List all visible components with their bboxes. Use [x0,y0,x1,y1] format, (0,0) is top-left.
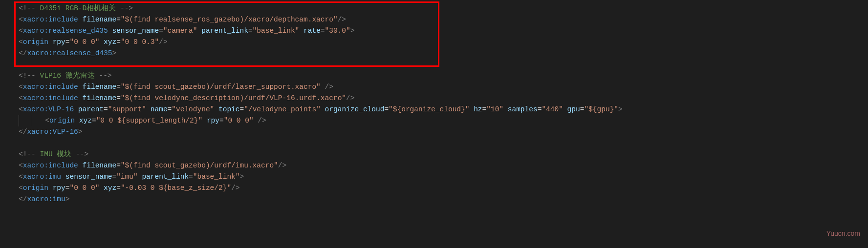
code-line[interactable]: <!-- VLP16 激光雷达 --> [19,70,868,82]
token-attr-name: organize_cloud [325,105,385,113]
token-plain [78,162,83,169]
token-attr-value: "10" [486,105,503,113]
indent-guide [19,115,32,126]
token-plain [75,117,79,124]
token-tag-name: xacro:realsense_d435 [27,49,112,57]
token-tag-bracket: --> [76,150,88,158]
token-comment: IMU 模块 [36,150,76,158]
token-attr-name: parent [78,105,104,113]
token-plain [99,38,104,46]
token-equals: = [116,38,121,46]
token-tag-bracket: </ [19,128,27,136]
token-comment: VLP16 激光雷达 [36,72,99,80]
token-tag-bracket: > [112,49,116,57]
token-tag-name: xacro:VLP-16 [27,128,78,136]
code-line[interactable]: <!-- D435i RGB-D相机相关 --> [19,3,868,14]
token-tag-bracket: /> [325,83,333,91]
code-line[interactable]: <xacro:imu sensor_name="imu" parent_link… [19,171,868,183]
token-comment: D435i RGB-D相机相关 [36,4,120,12]
code-line[interactable]: <xacro:include filename="$(find scout_ga… [19,82,868,93]
token-plain [197,27,201,35]
token-attr-name: filename [83,83,117,91]
token-attr-value: "support" [108,105,146,113]
token-tag-name: xacro:realsense_d435 [23,27,108,35]
token-tag-bracket: < [19,27,23,35]
code-line[interactable]: <xacro:include filename="$(find scout_ga… [19,160,868,171]
token-tag-bracket: > [240,173,244,181]
token-attr-name: topic [218,105,240,113]
code-line[interactable]: <xacro:realsense_d435 sensor_name="camer… [19,25,868,37]
token-attr-value: "imu" [116,173,138,181]
token-attr-value: "0 0 0.3" [121,38,159,46]
token-plain [469,105,474,113]
token-equals: = [482,105,487,113]
code-line[interactable]: <!-- IMU 模块 --> [19,149,868,160]
token-attr-value: "base_link" [193,173,240,181]
token-attr-value: "velodyne" [172,105,214,113]
token-tag-bracket: /> [346,94,354,102]
token-tag-bracket: < [19,94,23,102]
token-attr-value: "${gpu}" [584,105,618,113]
indent-guide [32,115,45,126]
token-tag-bracket: < [45,117,49,124]
token-plain [61,173,65,181]
token-tag-name: xacro:include [23,83,78,91]
code-line[interactable]: </xacro:VLP-16> [19,126,868,138]
token-equals: = [240,105,244,113]
token-plain [214,105,218,113]
token-attr-value: "$(find velodyne_description)/urdf/VLP-1… [121,94,346,102]
code-line[interactable]: </xacro:realsense_d435> [19,48,868,59]
token-equals: = [116,184,121,192]
code-editor[interactable]: <!-- D435i RGB-D相机相关 --><xacro:include f… [0,3,868,205]
token-plain [48,184,53,192]
token-attr-value: "0 0 0" [69,184,99,192]
token-equals: = [112,173,116,181]
token-tag-bracket: < [19,162,23,169]
token-plain [321,105,325,113]
token-tag-name: xacro:include [23,16,78,23]
token-attr-value: "0 0 ${support_length/2}" [96,117,203,124]
code-line[interactable] [19,59,868,70]
token-attr-name: samples [508,105,538,113]
code-line[interactable]: <xacro:include filename="$(find realsens… [19,14,868,25]
token-equals: = [116,83,121,91]
token-tag-name: origin [23,184,48,192]
token-attr-value: "-0.03 0 ${base_z_size/2}" [121,184,231,192]
token-plain [78,83,83,91]
token-plain [74,105,78,113]
token-attr-name: parent_link [142,173,189,181]
token-tag-name: origin [49,117,75,124]
token-attr-name: filename [83,162,117,169]
token-equals: = [159,27,163,35]
code-line[interactable]: </xacro:imu> [19,194,868,205]
token-tag-name: xacro:include [23,162,78,169]
token-attr-name: parent_link [201,27,248,35]
token-attr-name: rpy [53,184,65,192]
token-tag-name: xacro:VLP-16 [23,105,74,113]
token-tag-bracket: < [19,83,23,91]
token-attr-name: xyz [104,184,116,192]
token-attr-value: "0 0 0" [69,38,99,46]
token-attr-value: "camera" [163,27,197,35]
token-plain [563,105,567,113]
token-attr-value: "base_link" [253,27,300,35]
token-plain [321,83,325,91]
code-line[interactable]: <xacro:include filename="$(find velodyne… [19,93,868,104]
code-line[interactable] [19,138,868,149]
token-plain [503,105,508,113]
token-tag-bracket: > [78,128,83,136]
token-attr-name: xyz [104,38,116,46]
token-plain [48,38,53,46]
token-attr-name: filename [83,16,117,23]
token-attr-value: "0 0 0" [224,117,254,124]
code-line[interactable]: <origin rpy="0 0 0" xyz="-0.03 0 ${base_… [19,183,868,194]
token-equals: = [168,105,172,113]
token-plain [299,27,304,35]
token-plain [78,16,83,23]
code-line[interactable]: <origin xyz="0 0 ${support_length/2}" rp… [19,115,868,126]
token-tag-bracket: > [65,195,70,203]
token-tag-bracket: /> [159,38,167,46]
code-line[interactable]: <origin rpy="0 0 0" xyz="0 0 0.3"/> [19,37,868,48]
code-line[interactable]: <xacro:VLP-16 parent="support" name="vel… [19,104,868,115]
token-equals: = [92,117,96,124]
